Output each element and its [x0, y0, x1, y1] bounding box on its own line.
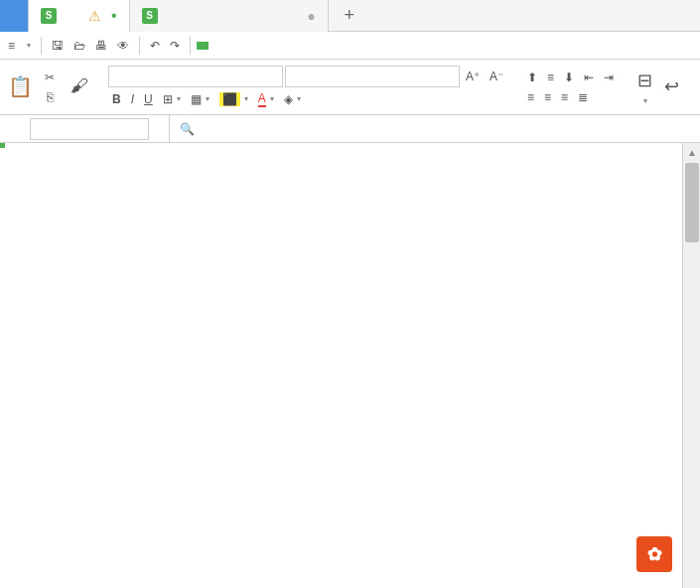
increase-font-icon[interactable]: A⁺ — [462, 68, 484, 85]
tab-workbook1[interactable]: S ⚠ • — [29, 0, 130, 32]
search-icon[interactable]: 🔍 — [180, 122, 195, 136]
spreadsheet-grid: ✿ — [0, 143, 700, 588]
document-tabs: S ⚠ • S ● + — [0, 0, 700, 32]
excel-icon: S — [142, 8, 158, 24]
toolbar: 📋 ✂ ⎘ 🖌 A⁺ A⁻ B I U ⊞▾ ▦▾ ⬛▾ A▾ ◈▾ — [0, 60, 700, 115]
add-tab-button[interactable]: + — [329, 5, 371, 26]
tab-workbook3[interactable]: S ● — [130, 0, 329, 32]
ribbon-tab-formula[interactable] — [232, 42, 244, 50]
export-icon[interactable]: 🗁 — [70, 37, 89, 55]
excel-icon: S — [41, 8, 57, 24]
fill-color-icon[interactable]: ⬛▾ — [215, 90, 252, 108]
vertical-scrollbar[interactable]: ▲ — [682, 143, 700, 588]
close-icon[interactable]: ● — [307, 8, 315, 24]
warning-icon: ⚠ — [88, 8, 101, 24]
underline-icon[interactable]: U — [140, 90, 157, 108]
indent-left-icon[interactable]: ⇤ — [580, 69, 598, 86]
align-middle-icon[interactable]: ≡ — [543, 69, 558, 86]
watermark: ✿ — [636, 536, 676, 572]
border-icon[interactable]: ⊞▾ — [159, 90, 185, 108]
merge-button[interactable]: ⊟ ▾ — [633, 68, 656, 107]
wrap-button[interactable]: ↩ — [660, 74, 683, 101]
redo-icon[interactable]: ↷ — [166, 37, 184, 55]
modified-dot-icon: • — [111, 7, 117, 25]
align-center-icon[interactable]: ≡ — [540, 88, 555, 106]
format-painter-button[interactable]: 🖌 — [67, 74, 92, 100]
ribbon-tab-stamp[interactable] — [316, 42, 328, 50]
font-name-select[interactable] — [108, 66, 283, 87]
copy-button[interactable]: ⎘ — [43, 88, 62, 106]
selection-box — [0, 143, 4, 147]
scroll-up-icon[interactable]: ▲ — [683, 143, 700, 161]
align-right-icon[interactable]: ≡ — [557, 88, 572, 106]
justify-icon[interactable]: ≣ — [574, 88, 592, 106]
office-logo-icon: ✿ — [636, 536, 672, 572]
ribbon-tab-insert[interactable] — [209, 42, 220, 50]
ribbon-tab-special[interactable] — [304, 42, 316, 50]
ribbon-tab-start[interactable] — [197, 42, 209, 50]
align-top-icon[interactable]: ⬆ — [523, 69, 541, 86]
font-size-select[interactable] — [285, 66, 460, 87]
align-bottom-icon[interactable]: ⬇ — [560, 69, 578, 86]
font-color-icon[interactable]: A▾ — [254, 89, 278, 109]
menu-bar: ≡ ▾ 🖫 🗁 🖶 👁 ↶ ↷ — [0, 32, 700, 60]
ribbon-tab-view[interactable] — [268, 42, 280, 50]
hamburger-icon[interactable]: ≡ — [4, 37, 19, 55]
preview-icon[interactable]: 👁 — [113, 37, 133, 55]
undo-icon[interactable]: ↶ — [146, 37, 164, 55]
align-left-icon[interactable]: ≡ — [523, 88, 538, 106]
formula-input[interactable] — [210, 119, 690, 139]
bold-icon[interactable]: B — [108, 90, 125, 108]
save-icon[interactable]: 🖫 — [48, 37, 68, 55]
ribbon-tab-dev[interactable] — [292, 42, 304, 50]
scroll-thumb[interactable] — [685, 163, 699, 242]
paste-button[interactable]: 📋 — [4, 73, 37, 102]
italic-icon[interactable]: I — [127, 90, 138, 108]
decrease-font-icon[interactable]: A⁻ — [486, 68, 507, 85]
name-box[interactable] — [30, 118, 149, 140]
tab-home[interactable] — [0, 0, 29, 32]
ribbon-tab-data[interactable] — [244, 42, 256, 50]
indent-right-icon[interactable]: ⇥ — [600, 69, 618, 86]
print-icon[interactable]: 🖶 — [91, 37, 111, 55]
cut-button[interactable]: ✂ — [41, 69, 63, 86]
clear-format-icon[interactable]: ◈▾ — [280, 90, 305, 108]
cell-style-icon[interactable]: ▦▾ — [187, 90, 213, 108]
formula-bar: 🔍 — [0, 115, 700, 143]
file-menu[interactable]: ▾ — [21, 39, 35, 52]
ribbon-tab-review[interactable] — [256, 42, 268, 50]
ribbon-tab-security[interactable] — [280, 42, 292, 50]
fill-handle[interactable] — [0, 143, 5, 148]
ribbon-tab-layout[interactable] — [220, 42, 232, 50]
ribbon-tabs — [197, 42, 328, 50]
